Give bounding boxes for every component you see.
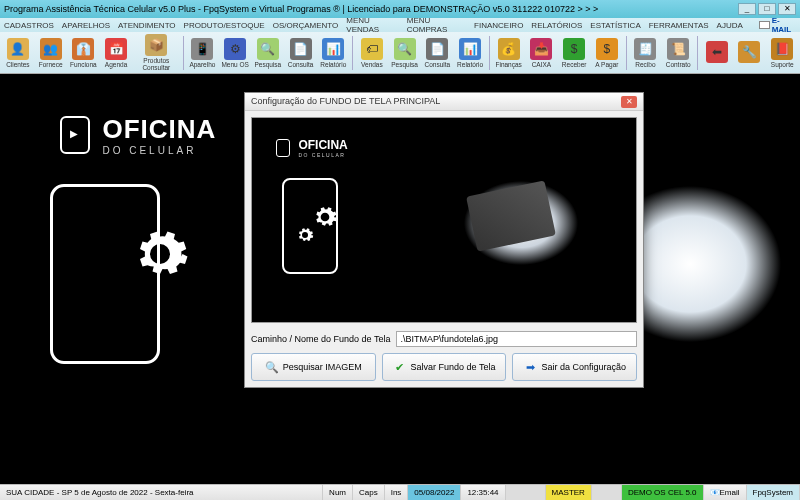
window-title: Programa Assistência Técnica Celular v5.… [4, 4, 598, 14]
toolbar-icon: 📊 [459, 38, 481, 60]
toolbar-separator [352, 36, 353, 70]
toolbar-separator [697, 36, 698, 70]
toolbar-icon: $ [563, 38, 585, 60]
menu-vendas[interactable]: MENU VENDAS [346, 16, 398, 34]
toolbar-icon: 📥 [530, 38, 552, 60]
path-label: Caminho / Nome do Fundo de Tela [251, 334, 390, 344]
exit-config-button[interactable]: ➡ Sair da Configuração [512, 353, 637, 381]
status-brand: FpqSystem [747, 485, 800, 500]
close-button[interactable]: ✕ [778, 3, 796, 15]
status-num: Num [323, 485, 353, 500]
envelope-icon [759, 21, 770, 29]
status-gap1 [506, 485, 546, 500]
toolbar-icon: 🔍 [394, 38, 416, 60]
toolbar-icon: 👤 [7, 38, 29, 60]
check-icon: ✔ [393, 360, 407, 374]
toolbar-caixa[interactable]: 📥CAIXA [526, 33, 558, 73]
toolbar-funciona[interactable]: 👔Funciona [67, 33, 99, 73]
toolbar-clientes[interactable]: 👤Clientes [2, 33, 34, 73]
dialog-titlebar: Configuração do FUNDO DE TELA PRINCIPAL … [245, 93, 643, 111]
dialog-title: Configuração do FUNDO DE TELA PRINCIPAL [251, 96, 440, 107]
toolbar-separator [183, 36, 184, 70]
menu-estatistica[interactable]: ESTATÍSTICA [590, 21, 640, 30]
toolbar-icon: 📄 [426, 38, 448, 60]
preview-phone-logo-icon [276, 139, 290, 157]
menu-bar: CADASTROS APARELHOS ATENDIMENTO PRODUTO/… [0, 18, 800, 32]
menu-atendimento[interactable]: ATENDIMENTO [118, 21, 175, 30]
phone-logo-icon [60, 116, 90, 154]
toolbar-icon: 👔 [72, 38, 94, 60]
preview-gear2-icon [296, 226, 314, 244]
menu-produto-estoque[interactable]: PRODUTO/ESTOQUE [184, 21, 265, 30]
toolbar-relatório[interactable]: 📊Relatório [317, 33, 349, 73]
magnifier-icon: 🔍 [265, 360, 279, 374]
bg-gear-icon [130, 224, 190, 284]
toolbar-icon: 🏷 [361, 38, 383, 60]
toolbar-aparelho[interactable]: 📱Aparelho [187, 33, 219, 73]
menu-ferramentas[interactable]: FERRAMENTAS [649, 21, 709, 30]
status-gap2 [592, 485, 622, 500]
minimize-button[interactable]: _ [738, 3, 756, 15]
menu-ajuda[interactable]: AJUDA [717, 21, 743, 30]
bg-logo: OFICINA DO CELULAR [60, 114, 216, 156]
toolbar-recibo[interactable]: 🧾Recibo [630, 33, 662, 73]
toolbar-icon: 📦 [145, 34, 167, 56]
toolbar-icon: 📜 [667, 38, 689, 60]
toolbar-relatório[interactable]: 📊Relatório [454, 33, 486, 73]
toolbar-vendas[interactable]: 🏷Vendas [356, 33, 388, 73]
menu-email[interactable]: E-MAIL [759, 16, 796, 34]
bg-logo-main: OFICINA [102, 114, 216, 145]
toolbar-agenda[interactable]: 📅Agenda [100, 33, 132, 73]
toolbar-pesquisa[interactable]: 🔍Pesquisa [252, 33, 284, 73]
preview-gear-icon [312, 204, 338, 230]
toolbar-separator [489, 36, 490, 70]
search-image-button[interactable]: 🔍 Pesquisar IMAGEM [251, 353, 376, 381]
menu-financeiro[interactable]: FINANCEIRO [474, 21, 523, 30]
toolbar-icon: 📱 [191, 38, 213, 60]
toolbar-btn26[interactable]: 🔧 [734, 33, 766, 73]
toolbar-icon: 👥 [40, 38, 62, 60]
menu-cadastros[interactable]: CADASTROS [4, 21, 54, 30]
wallpaper-config-dialog: Configuração do FUNDO DE TELA PRINCIPAL … [244, 92, 644, 388]
window-titlebar: Programa Assistência Técnica Celular v5.… [0, 0, 800, 18]
status-master: MASTER [546, 485, 592, 500]
toolbar-a-pagar[interactable]: $A Pagar [591, 33, 623, 73]
toolbar-pesquisa[interactable]: 🔍Pesquisa [389, 33, 421, 73]
path-input[interactable] [396, 331, 637, 347]
toolbar-consulta[interactable]: 📄Consulta [285, 33, 317, 73]
toolbar-icon: 🧾 [634, 38, 656, 60]
toolbar-icon: ⬅ [706, 41, 728, 63]
status-email[interactable]: 📧 Email [704, 485, 747, 500]
toolbar-icon: 📅 [105, 38, 127, 60]
menu-os-orcamento[interactable]: OS/ORÇAMENTO [273, 21, 339, 30]
menu-aparelhos[interactable]: APARELHOS [62, 21, 110, 30]
toolbar-icon: $ [596, 38, 618, 60]
toolbar-finanças[interactable]: 💰Finanças [493, 33, 525, 73]
toolbar-receber[interactable]: $Receber [558, 33, 590, 73]
window-controls: _ □ ✕ [738, 3, 796, 15]
menu-compras[interactable]: MENU COMPRAS [407, 16, 466, 34]
dialog-close-button[interactable]: ✕ [621, 96, 637, 108]
status-bar: SUA CIDADE - SP 5 de Agosto de 2022 - Se… [0, 484, 800, 500]
status-caps: Caps [353, 485, 385, 500]
toolbar-menu-os[interactable]: ⚙Menu OS [219, 33, 251, 73]
toolbar-suporte[interactable]: 📕Suporte [766, 33, 798, 73]
toolbar-icon: 💰 [498, 38, 520, 60]
toolbar-separator [626, 36, 627, 70]
save-wallpaper-button[interactable]: ✔ Salvar Fundo de Tela [382, 353, 507, 381]
toolbar-consulta[interactable]: 📄Consulta [422, 33, 454, 73]
toolbar-produtos-consultar[interactable]: 📦Produtos Consultar [133, 33, 180, 73]
maximize-button[interactable]: □ [758, 3, 776, 15]
toolbar-btn25[interactable]: ⬅ [701, 33, 733, 73]
toolbar-icon: 📊 [322, 38, 344, 60]
status-demo: DEMO OS CEL 5.0 [622, 485, 704, 500]
toolbar-icon: 🔧 [738, 41, 760, 63]
menu-relatorios[interactable]: RELATÓRIOS [531, 21, 582, 30]
wallpaper-preview: OFICINA DO CELULAR [251, 117, 637, 323]
status-location: SUA CIDADE - SP 5 de Agosto de 2022 - Se… [0, 485, 323, 500]
toolbar-icon: 📄 [290, 38, 312, 60]
toolbar: 👤Clientes👥Fornece👔Funciona📅Agenda📦Produt… [0, 32, 800, 74]
toolbar-contrato[interactable]: 📜Contrato [662, 33, 694, 73]
toolbar-fornece[interactable]: 👥Fornece [35, 33, 67, 73]
toolbar-icon: ⚙ [224, 38, 246, 60]
